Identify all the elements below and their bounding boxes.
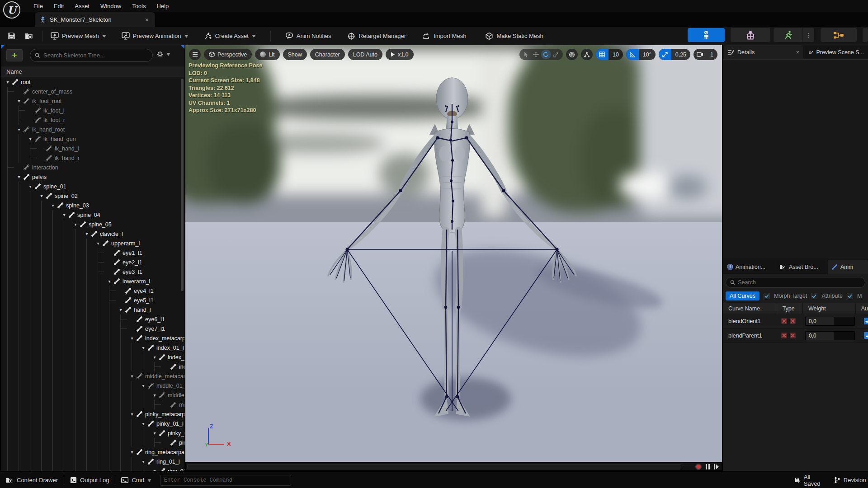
- details-tab[interactable]: Details ×: [724, 45, 803, 59]
- bone-row-ring_01_l[interactable]: ▾ring_01_l: [1, 457, 184, 466]
- bone-row-index_01_l[interactable]: ▾index_01_l: [1, 343, 184, 352]
- expand-arrow-icon[interactable]: ▾: [16, 99, 22, 103]
- curve-row-blendParent1[interactable]: blendParent10,0: [723, 328, 868, 343]
- bone-row-ik_hand_gun[interactable]: ▾ik_hand_gun: [1, 134, 184, 144]
- bone-row-center_of_mass[interactable]: center_of_mass: [1, 87, 184, 96]
- expand-arrow-icon[interactable]: ▾: [84, 231, 90, 236]
- content-drawer-button[interactable]: Content Drawer: [0, 472, 64, 488]
- expand-arrow-icon[interactable]: ▾: [129, 336, 135, 341]
- curve-search-input[interactable]: [738, 279, 861, 286]
- asset-tab[interactable]: SK_Monster7_Skeleton ×: [35, 12, 155, 27]
- bone-row-ring_02_l[interactable]: ▾ring_02_l: [1, 466, 184, 471]
- bone-row-clavicle_l[interactable]: ▾clavicle_l: [1, 229, 184, 239]
- menu-item-file[interactable]: File: [28, 0, 48, 12]
- retarget-manager-button[interactable]: Retarget Manager: [343, 29, 410, 43]
- expand-arrow-icon[interactable]: ▾: [129, 450, 135, 455]
- bone-row-eye2_l1[interactable]: eye2_l1: [1, 258, 184, 267]
- unreal-logo-icon[interactable]: U: [3, 1, 20, 19]
- expand-arrow-icon[interactable]: ▾: [140, 421, 146, 426]
- bone-row-interaction[interactable]: interaction: [1, 163, 184, 172]
- world-local-space-button[interactable]: [566, 49, 578, 60]
- expand-arrow-icon[interactable]: ▾: [140, 383, 146, 388]
- expand-arrow-icon[interactable]: ▾: [27, 136, 33, 141]
- bone-row-spine_02[interactable]: ▾spine_02: [1, 191, 184, 201]
- lit-dropdown[interactable]: Lit: [255, 49, 279, 60]
- bone-row-index_metacarpal_l[interactable]: ▾index_metacarpal_l: [1, 333, 184, 343]
- pause-button[interactable]: [706, 464, 710, 469]
- attribute-checkbox[interactable]: [811, 293, 817, 299]
- bone-row-middle_03_l[interactable]: middle_03_l: [1, 400, 184, 409]
- all-curves-button[interactable]: All Curves: [726, 291, 760, 300]
- cmd-dropdown[interactable]: Cmd ▼: [115, 472, 157, 488]
- menu-item-help[interactable]: Help: [151, 0, 174, 12]
- bone-row-spine_03[interactable]: ▾spine_03: [1, 201, 184, 210]
- expand-arrow-icon[interactable]: ▾: [50, 203, 56, 208]
- bone-row-ik_hand_r[interactable]: ik_hand_r: [1, 153, 184, 163]
- expand-arrow-icon[interactable]: ▾: [151, 393, 158, 398]
- skeletal-mesh-character[interactable]: [312, 63, 601, 461]
- bone-row-ik_hand_l[interactable]: ik_hand_l: [1, 144, 184, 153]
- console-command-input[interactable]: [160, 475, 291, 486]
- select-tool-button[interactable]: [521, 50, 531, 59]
- tree-scrollbar[interactable]: [181, 79, 184, 291]
- animation-tab[interactable]: Animation...: [724, 260, 775, 274]
- auto-checkbox[interactable]: [864, 318, 868, 324]
- animation-mode-button[interactable]: ⋮: [774, 28, 814, 42]
- surface-snapping-button[interactable]: [581, 49, 593, 60]
- viewport-menu-button[interactable]: [189, 49, 201, 60]
- col-curve-name[interactable]: Curve Name: [723, 305, 777, 312]
- preview-animation-dropdown[interactable]: Preview Animation ▼: [117, 29, 193, 42]
- expand-arrow-icon[interactable]: ▾: [151, 431, 158, 436]
- move-tool-button[interactable]: [531, 50, 541, 59]
- rotate-tool-button[interactable]: [541, 50, 551, 59]
- expand-arrow-icon[interactable]: ▾: [140, 345, 146, 350]
- bone-row-index_02_l[interactable]: ▾index_02_l: [1, 352, 184, 362]
- bone-row-index_03_l[interactable]: index_03_l: [1, 362, 184, 371]
- bone-row-eye3_l1[interactable]: eye3_l1: [1, 267, 184, 277]
- physics-mode-button[interactable]: [863, 28, 868, 42]
- skeleton-tree-search-input[interactable]: [43, 52, 148, 59]
- skeleton-tree-search[interactable]: [30, 49, 153, 62]
- save-button[interactable]: [3, 29, 20, 43]
- bone-row-spine_01[interactable]: ▾spine_01: [1, 182, 184, 191]
- curve-row-blendOrient1[interactable]: blendOrient10,0: [723, 314, 868, 328]
- bone-row-middle_01_l[interactable]: ▾middle_01_l: [1, 381, 184, 390]
- bone-row-ik_hand_root[interactable]: ▾ik_hand_root: [1, 125, 184, 134]
- scale-tool-button[interactable]: [551, 50, 561, 59]
- expand-arrow-icon[interactable]: ▾: [5, 80, 11, 84]
- expand-arrow-icon[interactable]: ▾: [118, 307, 124, 312]
- bone-row-hand_l[interactable]: ▾hand_l: [1, 305, 184, 314]
- curve-weight-input[interactable]: 0,0: [805, 331, 855, 340]
- bone-row-lowerarm_l[interactable]: ▾lowerarm_l: [1, 277, 184, 286]
- details-tab-close-icon[interactable]: ×: [796, 49, 799, 56]
- playback-speed-button[interactable]: x1,0: [386, 49, 414, 60]
- curve-search[interactable]: [726, 277, 865, 288]
- bone-row-middle_metacarpal_l[interactable]: ▾middle_metacarpal_l: [1, 371, 184, 381]
- import-mesh-button[interactable]: Import Mesh: [418, 29, 471, 43]
- col-type[interactable]: Type: [777, 303, 802, 314]
- col-auto[interactable]: Au: [855, 303, 868, 314]
- asset-browser-tab[interactable]: Asset Bro...: [776, 260, 827, 274]
- animation-mode-options-icon[interactable]: ⋮: [802, 28, 814, 42]
- bone-row-ring_metacarpal_l[interactable]: ▾ring_metacarpal_l: [1, 447, 184, 457]
- bone-row-upperarm_l[interactable]: ▾upperarm_l: [1, 239, 184, 248]
- bone-row-middle_02_l[interactable]: ▾middle_02_l: [1, 390, 184, 400]
- character-dropdown[interactable]: Character: [310, 49, 345, 60]
- browse-to-asset-button[interactable]: [20, 29, 38, 43]
- revision-control-button[interactable]: Revision Control: [828, 472, 868, 488]
- menu-item-window[interactable]: Window: [95, 0, 127, 12]
- expand-arrow-icon[interactable]: ▾: [95, 241, 101, 246]
- morph-target-checkbox[interactable]: [764, 293, 770, 299]
- expand-arrow-icon[interactable]: ▾: [72, 222, 79, 227]
- tree-filter-button[interactable]: ▼: [156, 51, 170, 58]
- tree-name-column-header[interactable]: Name: [1, 66, 184, 77]
- expand-arrow-icon[interactable]: ▾: [129, 374, 135, 379]
- expand-arrow-icon[interactable]: ▾: [16, 174, 22, 179]
- bone-row-eye1_l1[interactable]: eye1_l1: [1, 248, 184, 258]
- skeleton-mode-button[interactable]: [688, 28, 725, 42]
- preview-viewport[interactable]: Perspective Lit Show Character LOD Auto …: [185, 45, 722, 462]
- timeline-track[interactable]: [187, 464, 681, 469]
- step-forward-button[interactable]: [714, 464, 719, 469]
- tab-close-icon[interactable]: ×: [143, 16, 151, 23]
- menu-item-edit[interactable]: Edit: [48, 0, 69, 12]
